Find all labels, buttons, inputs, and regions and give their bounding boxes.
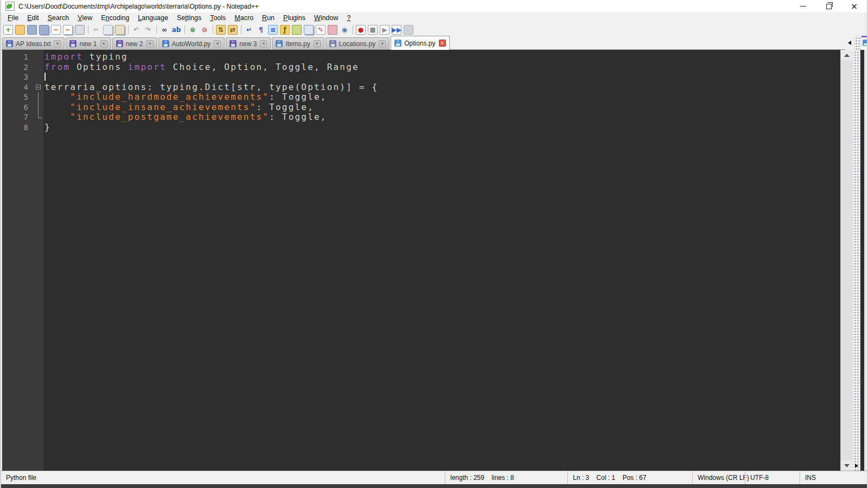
macro-stop-icon[interactable]: ■	[368, 25, 378, 35]
sync-vertical-icon[interactable]: ⇅	[216, 25, 226, 35]
macro-play-icon[interactable]: ▶	[380, 25, 390, 35]
document-switcher-icon[interactable]	[304, 25, 314, 35]
close-button[interactable]: ×	[841, 0, 867, 12]
redo-icon[interactable]: ↷	[143, 25, 153, 35]
panel-splitter-vertical[interactable]	[853, 50, 860, 471]
cut-icon[interactable]: ✂	[91, 25, 101, 35]
macro-run-multiple-icon[interactable]: ▶▶	[392, 25, 401, 35]
toolbar-separator	[88, 25, 88, 34]
copy-icon[interactable]	[103, 25, 113, 35]
minimize-button[interactable]	[790, 0, 816, 12]
tab-new-3[interactable]: new 3×	[226, 37, 271, 49]
menu-tools[interactable]: Tools	[206, 13, 230, 23]
menu-encoding[interactable]: Encoding	[97, 13, 133, 23]
view-eye-icon[interactable]: ◉	[340, 25, 349, 35]
code-token: from	[44, 62, 70, 72]
menu-search[interactable]: Search	[43, 13, 74, 23]
code-token: terraria_options: typing.Dict[str, type(…	[44, 82, 378, 92]
zoom-out-icon[interactable]: ⊖	[200, 25, 209, 35]
saved-file-icon	[162, 40, 169, 47]
tab-label: Items.py	[285, 40, 310, 48]
show-indent-guide-icon[interactable]: ≡	[268, 25, 278, 35]
code-token: Choice, Option, Toggle, Range	[167, 62, 359, 72]
menu-view[interactable]: View	[73, 13, 97, 23]
tab-close-icon[interactable]: ×	[214, 40, 221, 47]
window-controls: ×	[790, 0, 867, 12]
code-token: "include_postgame_achievements"	[70, 112, 269, 122]
scroll-down-button[interactable]	[841, 460, 853, 471]
tab-autoworld-py[interactable]: AutoWorld.py×	[158, 37, 225, 49]
folder-as-workspace-icon[interactable]	[328, 25, 337, 35]
tab-options-py[interactable]: Options.py×	[391, 36, 449, 50]
status-eol-format[interactable]: Windows (CR LF)	[692, 471, 745, 484]
tab-new-1[interactable]: new 1×	[66, 37, 111, 49]
menu-file[interactable]: File	[3, 13, 23, 23]
menu-plugins[interactable]: Plugins	[279, 13, 310, 23]
menu-macro[interactable]: Macro	[230, 13, 258, 23]
panel-splitter[interactable]	[854, 36, 861, 50]
tab-close-icon[interactable]: ×	[54, 40, 61, 47]
scroll-up-button[interactable]	[841, 50, 853, 60]
find-icon[interactable]: ∞	[159, 25, 169, 35]
tab-close-icon[interactable]: ×	[146, 40, 154, 47]
toolbar-separator	[241, 25, 241, 34]
tab-label: Options.py	[404, 40, 435, 47]
fold-margin-cell	[35, 92, 43, 102]
arrow-left-icon	[848, 41, 851, 45]
tab-scroll-left-button[interactable]	[845, 36, 854, 50]
tab-close-icon[interactable]: ×	[314, 40, 321, 47]
arrow-down-icon	[844, 464, 850, 467]
tab-close-icon[interactable]: ×	[379, 40, 386, 47]
menu-language[interactable]: Language	[133, 13, 173, 23]
code-line: "include_hardmode_achievements": Toggle,	[44, 92, 840, 102]
fold-collapse-icon[interactable]	[35, 82, 43, 93]
document-map-icon[interactable]	[292, 25, 302, 35]
show-all-characters-icon[interactable]: ¶	[256, 25, 266, 35]
docked-panel-edge	[860, 50, 866, 471]
menu-run[interactable]: Run	[258, 13, 279, 23]
code-token	[44, 112, 70, 122]
status-encoding[interactable]: UTF-8	[745, 471, 800, 484]
save-icon[interactable]	[27, 25, 37, 35]
macro-save-icon[interactable]	[404, 25, 413, 35]
edit-monitor-icon[interactable]: ✎	[316, 25, 326, 35]
restore-button[interactable]	[816, 0, 841, 12]
tab-new-2[interactable]: new 2×	[112, 37, 157, 49]
undo-icon[interactable]: ↶	[131, 25, 141, 35]
menu-window[interactable]: Window	[310, 13, 342, 23]
tab-ap-ideas-txt[interactable]: AP Ideas.txt×	[2, 37, 65, 49]
saved-file-icon	[394, 40, 401, 47]
notepad-plus-plus-window: C:\Users\Dood\Documents\tmp\Archipelago\…	[0, 0, 868, 488]
status-insert-mode[interactable]: INS	[800, 471, 867, 484]
tab-items-py[interactable]: Items.py×	[272, 37, 324, 49]
scrollbar-track[interactable]	[841, 60, 853, 460]
tab-close-icon[interactable]: ×	[260, 40, 267, 47]
menu-help[interactable]: ?	[343, 13, 355, 23]
close-file-icon[interactable]: ‒	[51, 25, 61, 35]
function-list-icon[interactable]: ƒ	[280, 25, 290, 35]
open-folder-icon[interactable]	[15, 25, 25, 35]
close-all-icon[interactable]: ‒	[63, 25, 73, 35]
zoom-in-icon[interactable]: ⊕	[188, 25, 197, 35]
tab-locations-py[interactable]: Locations.py×	[326, 37, 390, 49]
tab-close-icon[interactable]: ×	[439, 40, 446, 47]
vertical-scrollbar[interactable]	[840, 50, 853, 471]
code-editor[interactable]: import typingfrom Options import Choice,…	[43, 50, 840, 471]
print-icon[interactable]	[75, 25, 85, 35]
paste-icon[interactable]	[115, 25, 125, 35]
status-doc-size: length : 259 lines : 8	[445, 471, 567, 484]
new-file-icon[interactable]: +	[3, 25, 13, 35]
menu-edit[interactable]: Edit	[23, 13, 43, 23]
fold-margin[interactable]	[35, 50, 43, 471]
save-all-icon[interactable]	[39, 25, 49, 35]
macro-record-icon[interactable]: ●	[356, 25, 366, 35]
saved-file-icon	[116, 40, 123, 47]
sync-horizontal-icon[interactable]: ⇄	[228, 25, 238, 35]
status-doc-type: Python file	[1, 471, 445, 484]
word-wrap-icon[interactable]: ↵	[244, 25, 254, 35]
replace-icon[interactable]: ab	[171, 25, 181, 35]
tab-close-icon[interactable]: ×	[100, 40, 107, 47]
saved-file-icon	[69, 40, 76, 47]
menu-settings[interactable]: Settings	[173, 13, 206, 23]
fold-margin-cell	[35, 52, 43, 62]
